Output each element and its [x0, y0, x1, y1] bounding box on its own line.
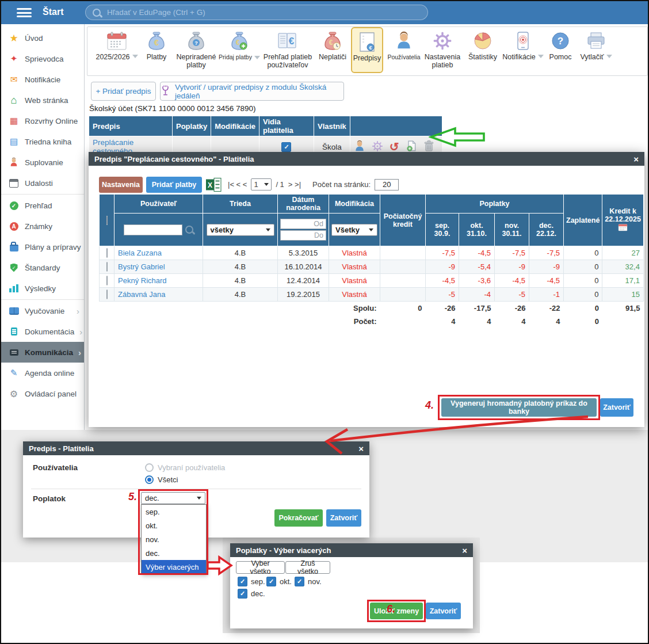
search-input[interactable]	[106, 7, 421, 17]
sidebar-item-ovladaci-panel[interactable]: ⚙Ovládací panel	[1, 383, 84, 404]
user-link[interactable]: Bystrý Gabriel	[118, 262, 165, 271]
start-menu[interactable]: Štart	[43, 7, 63, 17]
continue-button[interactable]: Pokračovať	[274, 509, 323, 527]
sidebar-item-rozvrhy[interactable]: ▦Rozvrhy Online	[1, 110, 84, 131]
history-icon[interactable]: ↺	[390, 141, 399, 153]
sidebar-item-vysledky[interactable]: Výsledky	[1, 278, 84, 299]
toolbar-item-pomoc[interactable]: ? Pomoc	[545, 29, 575, 74]
per-page-input[interactable]	[375, 179, 399, 190]
create-edit-module-button[interactable]: Vytvoriť / upraviť predpisy z modulu Ško…	[160, 82, 344, 101]
vidia-platitelia-checkbox[interactable]	[281, 142, 291, 152]
toolbar-item-predpisy[interactable]: € Predpisy	[351, 27, 383, 73]
sidebar-item-notifikacie[interactable]: ✉Notifikácie	[1, 69, 84, 90]
user-link[interactable]: Zábavná Jana	[118, 290, 165, 299]
user-search-input[interactable]	[124, 224, 182, 235]
toolbar-item-neplatici[interactable]: € Neplatiči	[315, 29, 350, 74]
toolbar-item-platby[interactable]: € Platby	[139, 29, 174, 74]
search-icon[interactable]	[185, 226, 193, 234]
modification-filter-cell: Všetky	[329, 214, 380, 246]
row-checkbox[interactable]	[106, 248, 108, 258]
modification-filter-select[interactable]: Všetky	[331, 224, 377, 236]
gear-icon: ⚙	[8, 388, 20, 399]
toolbar-item-notifikacie[interactable]: Notifikácie	[501, 29, 545, 74]
deselect-all-button[interactable]: Zruš všetko	[285, 561, 330, 574]
close-icon[interactable]: ×	[462, 546, 467, 555]
sidebar-item-suplovanie[interactable]: Suplovanie	[1, 152, 84, 173]
select-all-checkbox[interactable]	[106, 216, 108, 225]
checkbox-nov[interactable]: nov.	[295, 577, 322, 586]
add-predpis-button[interactable]: + Pridať predpis	[91, 82, 156, 101]
excel-export-icon[interactable]: X	[206, 178, 222, 193]
sidebar-item-standardy[interactable]: ✓Štandardy	[1, 257, 84, 278]
magic-wand-icon: ✦	[8, 54, 20, 64]
checkbox-sep[interactable]: sep.	[238, 577, 265, 586]
sidebar-item-dokumentacia[interactable]: Dokumentácia›	[1, 321, 84, 342]
toolbar-item-pridaj-platby[interactable]: € Pridaj platby	[219, 29, 260, 74]
close-button[interactable]: Zatvoriť	[600, 398, 633, 417]
svg-text:€: €	[236, 39, 240, 47]
sidebar-item-prehlad[interactable]: ✓Prehľad	[1, 195, 84, 216]
money-bag-icon: €	[146, 29, 167, 53]
row-checkbox[interactable]	[106, 276, 108, 285]
row-checkbox[interactable]	[106, 262, 108, 272]
calendar-icon[interactable]	[618, 223, 628, 233]
step-5-label: 5.	[128, 491, 137, 503]
radio-selected-users[interactable]: Vybraní používatelia	[145, 463, 225, 472]
toolbar-item-vytlacit[interactable]: Vytlačiť	[575, 29, 617, 74]
class-filter-select[interactable]: všetky	[207, 224, 274, 236]
pager-first-prev[interactable]: |< < <	[228, 180, 247, 189]
row-checkbox[interactable]	[106, 289, 108, 299]
global-search[interactable]	[85, 5, 428, 20]
money-bag-overdue-icon: €	[322, 29, 343, 53]
sidebar-item-sprievodca[interactable]: ✦Sprievodca	[1, 48, 84, 69]
sidebar-item-uvod[interactable]: ★Úvod	[1, 28, 84, 48]
dob-from-input[interactable]	[280, 219, 326, 229]
page-select[interactable]: 1	[251, 178, 272, 190]
table-row: Biela Zuzana 4.B 5.3.2015 Vlastná -7,5 -…	[100, 246, 644, 260]
sidebar-item-vyucovanie[interactable]: Vyučovanie›	[1, 300, 84, 321]
sidebar-item-znamky[interactable]: AZnámky	[1, 216, 84, 237]
settings-button[interactable]: Nastavenia	[99, 177, 143, 193]
sidebar-item-agenda[interactable]: ✎Agenda online	[1, 363, 84, 383]
toolbar-item-nepriradene-platby[interactable]: ? Nepriradené platby	[174, 29, 219, 74]
calendar-icon	[106, 29, 127, 53]
checkbox-dec[interactable]: dec.	[238, 589, 265, 599]
table-row: Bystrý Gabriel 4.B 16.10.2014 Vlastná -9…	[100, 260, 644, 274]
user-link[interactable]: Biela Zuzana	[118, 249, 162, 257]
pager-next-last[interactable]: > >|	[288, 180, 301, 189]
toolbar-item-school-year[interactable]: 2025/2026	[92, 29, 142, 74]
envelope-icon: ✉	[8, 74, 20, 85]
sidebar-item-udalosti[interactable]: Udalosti	[1, 173, 84, 193]
svg-text:€: €	[329, 39, 333, 47]
radio-icon	[145, 463, 154, 472]
close-button[interactable]: Zatvoriť	[326, 509, 361, 527]
annotation-box-select	[138, 489, 208, 575]
toolbar-item-prehlad-platieb[interactable]: € Prehľad platieb používateľov	[260, 29, 315, 74]
document-icon	[8, 327, 20, 336]
sidebar-item-web-stranka[interactable]: ⌂Web stránka	[1, 90, 84, 110]
toolbar-item-pouzivatelia[interactable]: Používatelia	[385, 29, 422, 74]
sidebar-item-triedna-kniha[interactable]: ▤Triedna kniha	[1, 131, 84, 152]
add-payments-button[interactable]: Pridať platby	[146, 177, 202, 193]
checkbox-checked-icon	[238, 589, 247, 599]
payments-book-icon: €	[276, 29, 299, 53]
select-all-cell	[100, 195, 114, 246]
close-button[interactable]: Zatvoriť	[426, 603, 461, 619]
bar-chart-icon	[8, 284, 20, 292]
platitelia-modal: Predpis "Preplácanie cestovného" - Plati…	[89, 152, 644, 427]
sidebar-item-komunikacia[interactable]: Komunikácia›	[1, 342, 84, 363]
toolbar-item-statistiky[interactable]: Štatistiky	[465, 29, 501, 74]
col-predpis: Predpis	[89, 116, 173, 136]
checkbox-okt[interactable]: okt.	[266, 577, 292, 586]
chat-bubbles-icon	[8, 349, 20, 356]
toolbar-item-nastavenia-platieb[interactable]: Nastavenia platieb	[420, 29, 465, 74]
select-all-button[interactable]: Vyber všetko	[236, 561, 285, 574]
calendar-icon	[8, 179, 20, 188]
dob-to-input[interactable]	[280, 230, 326, 241]
hamburger-menu-icon[interactable]	[17, 8, 32, 17]
sidebar-item-plany[interactable]: Plány a prípravy	[1, 237, 84, 257]
chevron-right-icon: ›	[78, 348, 81, 357]
radio-all-users[interactable]: Všetci	[145, 475, 178, 484]
user-link[interactable]: Pekný Richard	[118, 276, 167, 285]
close-icon[interactable]: ×	[633, 154, 639, 164]
